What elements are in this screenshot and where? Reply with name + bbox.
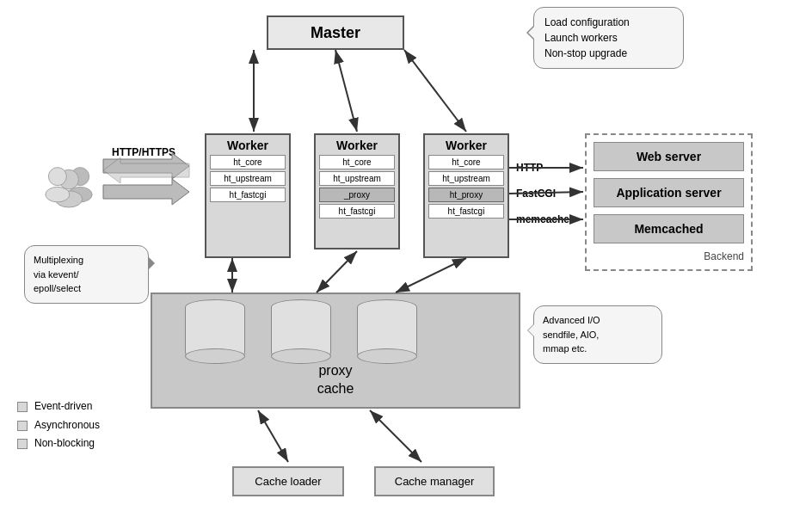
worker1-title: Worker [210, 139, 286, 152]
advancedio-bubble: Advanced I/O sendfile, AIO, mmap etc. [533, 305, 662, 364]
worker3-module-htupstream: ht_upstream [428, 171, 504, 186]
worker2-title: Worker [319, 139, 395, 152]
users-icon [39, 159, 99, 219]
db-bottom-1 [185, 348, 245, 364]
master-box: Master [267, 15, 404, 50]
legend-label-asynchronous: Asynchronous [34, 416, 100, 435]
proxy-cache-label: proxy cache [317, 362, 354, 398]
svg-line-19 [370, 410, 421, 462]
backend-memcached: Memcached [594, 214, 744, 243]
svg-point-5 [46, 187, 70, 202]
worker3-box: Worker ht_core ht_upstream ht_proxy ht_f… [423, 133, 509, 258]
legend-item-asynchronous: Asynchronous [17, 416, 100, 435]
master-bubble-line2: Launch workers [544, 32, 618, 44]
svg-line-17 [396, 258, 466, 293]
worker3-module-htcore: ht_core [428, 155, 504, 169]
multiplex-bubble: Multiplexingvia kevent/epoll/select [24, 245, 149, 304]
cache-manager-label: Cache manager [395, 475, 475, 488]
worker2-module-htupstream: ht_upstream [319, 171, 395, 186]
svg-marker-13 [103, 179, 189, 205]
multiplex-text: Multiplexingvia kevent/epoll/select [34, 255, 83, 293]
svg-line-16 [317, 251, 357, 293]
db-cylinder-1 [185, 299, 245, 364]
backend-webserver: Web server [594, 142, 744, 171]
fastcgi-label: FastCGI [516, 188, 556, 200]
worker3-module-htfastcgi: ht_fastcgi [428, 204, 504, 219]
legend-item-eventdriven: Event-driven [17, 397, 100, 416]
worker1-module-htfastcgi: ht_fastcgi [210, 188, 286, 202]
worker2-box: Worker ht_core ht_upstream _proxy ht_fas… [314, 133, 400, 249]
db-cylinder-3 [357, 299, 417, 364]
master-label: Master [311, 24, 360, 42]
advancedio-line1: Advanced I/O [543, 315, 600, 325]
memcache-label: memcache [516, 213, 569, 225]
legend-label-eventdriven: Event-driven [34, 397, 92, 416]
diagram: Master Load configuration Launch workers… [0, 0, 812, 505]
cache-manager-box: Cache manager [374, 466, 495, 496]
cache-loader-box: Cache loader [232, 466, 344, 496]
svg-line-10 [335, 50, 357, 132]
backend-label: Backend [594, 250, 744, 262]
legend-square-3 [17, 439, 28, 449]
master-bubble-line3: Non-stop upgrade [544, 47, 627, 59]
svg-line-11 [404, 50, 466, 132]
svg-line-18 [258, 410, 288, 462]
cache-loader-label: Cache loader [255, 475, 321, 488]
legend: Event-driven Asynchronous Non-blocking [17, 397, 100, 453]
worker3-title: Worker [428, 139, 504, 152]
worker2-module-htfastcgi: ht_fastcgi [319, 204, 395, 219]
worker1-module-htupstream: ht_upstream [210, 171, 286, 186]
svg-point-4 [48, 168, 66, 186]
db-bottom-2 [271, 348, 331, 364]
advancedio-line3: mmap etc. [543, 343, 587, 354]
http-label: HTTP [516, 162, 543, 174]
backend-appserver: Application server [594, 178, 744, 207]
db-bottom-3 [357, 348, 417, 364]
legend-square-2 [17, 421, 28, 431]
worker3-module-htproxy: ht_proxy [428, 188, 504, 202]
master-bubble: Load configuration Launch workers Non-st… [533, 7, 684, 69]
http-https-label: HTTP/HTTPS [112, 146, 175, 158]
backend-group: Web server Application server Memcached … [585, 133, 753, 271]
worker2-module-htcore: ht_core [319, 155, 395, 169]
worker2-module-proxy: _proxy [319, 188, 395, 202]
legend-square-1 [17, 402, 28, 412]
worker1-module-htcore: ht_core [210, 155, 286, 169]
advancedio-line2: sendfile, AIO, [543, 329, 599, 340]
legend-item-nonblocking: Non-blocking [17, 434, 100, 453]
db-cylinder-2 [271, 299, 331, 364]
legend-label-nonblocking: Non-blocking [34, 434, 95, 453]
worker1-box: Worker ht_core ht_upstream ht_fastcgi [205, 133, 291, 258]
svg-marker-14 [103, 157, 189, 183]
master-bubble-line1: Load configuration [544, 16, 630, 28]
